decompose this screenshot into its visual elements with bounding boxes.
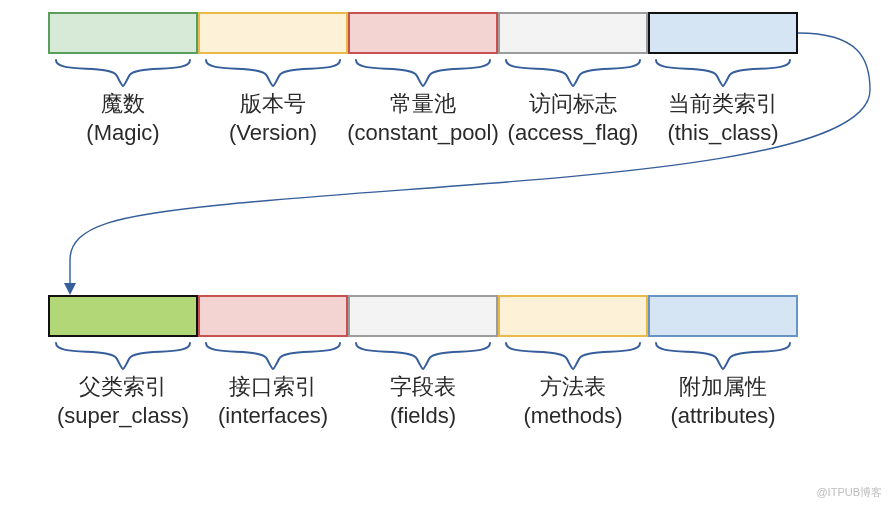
field-box-super-class <box>48 295 198 337</box>
brace-super-class <box>56 339 190 375</box>
brace-interfaces <box>206 339 340 375</box>
label-en-constant-pool: (constant_pool) <box>343 119 503 148</box>
label-magic: 魔数(Magic) <box>43 90 203 147</box>
brace-version <box>206 56 340 92</box>
label-en-this-class: (this_class) <box>643 119 803 148</box>
label-this-class: 当前类索引(this_class) <box>643 90 803 147</box>
structure-row-2 <box>48 295 798 337</box>
field-box-methods <box>498 295 648 337</box>
watermark: @ITPUB博客 <box>816 485 882 500</box>
label-en-fields: (fields) <box>343 402 503 431</box>
label-cn-magic: 魔数 <box>43 90 203 119</box>
label-version: 版本号(Version) <box>193 90 353 147</box>
label-cn-this-class: 当前类索引 <box>643 90 803 119</box>
field-box-attributes <box>648 295 798 337</box>
label-cn-attributes: 附加属性 <box>643 373 803 402</box>
label-cn-access-flag: 访问标志 <box>493 90 653 119</box>
label-attributes: 附加属性(attributes) <box>643 373 803 430</box>
field-box-constant-pool <box>348 12 498 54</box>
label-en-attributes: (attributes) <box>643 402 803 431</box>
label-en-magic: (Magic) <box>43 119 203 148</box>
brace-magic <box>56 56 190 92</box>
brace-this-class <box>656 56 790 92</box>
brace-fields <box>356 339 490 375</box>
label-access-flag: 访问标志(access_flag) <box>493 90 653 147</box>
label-cn-version: 版本号 <box>193 90 353 119</box>
label-cn-constant-pool: 常量池 <box>343 90 503 119</box>
label-en-interfaces: (interfaces) <box>193 402 353 431</box>
field-box-access-flag <box>498 12 648 54</box>
label-en-methods: (methods) <box>493 402 653 431</box>
brace-methods <box>506 339 640 375</box>
structure-row-1 <box>48 12 798 54</box>
label-cn-fields: 字段表 <box>343 373 503 402</box>
field-box-version <box>198 12 348 54</box>
label-super-class: 父类索引(super_class) <box>43 373 203 430</box>
label-constant-pool: 常量池(constant_pool) <box>343 90 503 147</box>
label-en-access-flag: (access_flag) <box>493 119 653 148</box>
field-box-fields <box>348 295 498 337</box>
label-en-super-class: (super_class) <box>43 402 203 431</box>
label-interfaces: 接口索引(interfaces) <box>193 373 353 430</box>
label-cn-interfaces: 接口索引 <box>193 373 353 402</box>
svg-marker-0 <box>64 283 76 295</box>
brace-constant-pool <box>356 56 490 92</box>
label-cn-methods: 方法表 <box>493 373 653 402</box>
brace-access-flag <box>506 56 640 92</box>
field-box-this-class <box>648 12 798 54</box>
brace-attributes <box>656 339 790 375</box>
label-methods: 方法表(methods) <box>493 373 653 430</box>
label-cn-super-class: 父类索引 <box>43 373 203 402</box>
field-box-interfaces <box>198 295 348 337</box>
label-fields: 字段表(fields) <box>343 373 503 430</box>
field-box-magic <box>48 12 198 54</box>
label-en-version: (Version) <box>193 119 353 148</box>
